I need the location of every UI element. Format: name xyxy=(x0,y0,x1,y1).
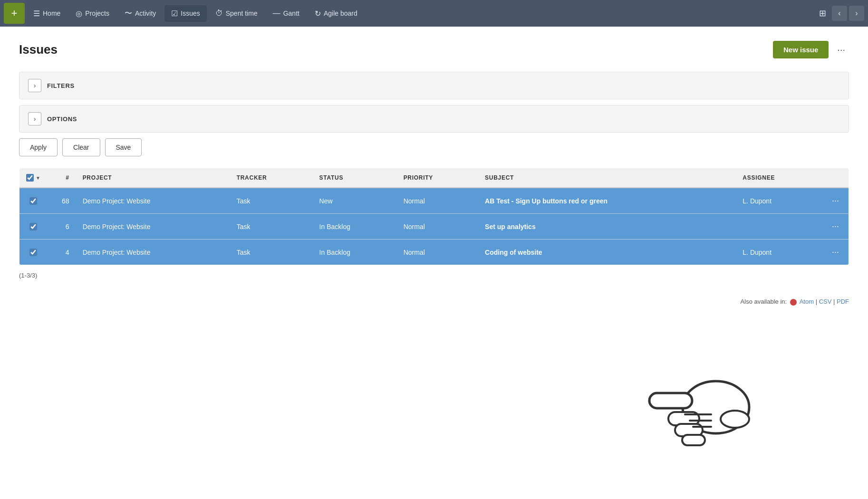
filters-toggle-icon: › xyxy=(34,82,36,89)
options-section[interactable]: › OPTIONS xyxy=(19,105,849,133)
th-priority: PRIORITY xyxy=(397,168,478,188)
row-priority-cell: Normal xyxy=(397,214,478,240)
row-tracker-cell: Task xyxy=(230,240,313,265)
row-assignee-cell: L. Dupont xyxy=(736,188,822,214)
row-assignee-cell xyxy=(736,214,822,240)
options-toggle-button[interactable]: › xyxy=(28,112,41,125)
new-item-button[interactable]: + xyxy=(4,3,25,24)
header-actions: New issue ··· xyxy=(773,41,849,58)
table-row: 6 Demo Project: Website Task In Backlog … xyxy=(19,214,849,240)
nav-right-controls: ⊞ ‹ › xyxy=(815,4,864,22)
nav-activity[interactable]: 〜 Activity xyxy=(118,5,163,22)
row-status-cell: New xyxy=(313,188,397,214)
nav-spent-time[interactable]: ⏱ Spent time xyxy=(209,5,264,21)
page-title: Issues xyxy=(19,42,58,57)
row-menu-button[interactable]: ··· xyxy=(829,246,842,258)
save-button[interactable]: Save xyxy=(105,138,142,156)
th-subject: SUBJECT xyxy=(478,168,736,188)
nav-home[interactable]: ☰ Home xyxy=(27,5,67,22)
row-check-cell xyxy=(19,240,48,265)
atom-link[interactable]: Atom xyxy=(800,298,814,305)
row-project-cell: Demo Project: Website xyxy=(76,214,230,240)
nav-issues-label: Issues xyxy=(181,10,200,17)
row-menu-cell: ··· xyxy=(822,240,849,265)
row-subject-cell[interactable]: Set up analytics xyxy=(478,214,736,240)
pdf-link[interactable]: PDF xyxy=(837,298,849,305)
issues-table: ▼ # PROJECT TRACKER STATUS PRIORITY xyxy=(19,168,849,265)
th-num: # xyxy=(48,168,76,188)
nav-projects[interactable]: ◎ Projects xyxy=(69,5,116,22)
nav-gantt[interactable]: — Gantt xyxy=(266,5,306,21)
apply-button[interactable]: Apply xyxy=(19,138,58,156)
row-subject-cell[interactable]: Coding of website xyxy=(478,240,736,265)
row-subject-cell[interactable]: AB Test - Sign Up buttons red or green xyxy=(478,188,736,214)
agile-board-icon: ↻ xyxy=(315,9,321,18)
table-body: 68 Demo Project: Website Task New Normal… xyxy=(19,188,849,265)
gantt-icon: — xyxy=(273,9,280,18)
table-row: 4 Demo Project: Website Task In Backlog … xyxy=(19,240,849,265)
row-assignee-cell: L. Dupont xyxy=(736,240,822,265)
table-header: ▼ # PROJECT TRACKER STATUS PRIORITY xyxy=(19,168,849,188)
footer-text: Also available in: xyxy=(741,298,787,305)
nav-issues[interactable]: ☑ Issues xyxy=(164,5,206,22)
page-header: Issues New issue ··· xyxy=(19,41,849,58)
nav-spent-time-label: Spent time xyxy=(226,10,258,17)
projects-icon: ◎ xyxy=(76,9,82,18)
row-project-cell: Demo Project: Website xyxy=(76,240,230,265)
select-all-checkbox[interactable] xyxy=(26,174,34,182)
filters-label: FILTERS xyxy=(47,82,75,89)
row-num-cell: 68 xyxy=(48,188,76,214)
nav-agile-board-label: Agile board xyxy=(324,10,357,17)
row-priority-cell: Normal xyxy=(397,188,478,214)
main-content: Issues New issue ··· › FILTERS › OPTIONS… xyxy=(0,27,868,320)
row-checkbox[interactable] xyxy=(29,249,37,256)
filters-section[interactable]: › FILTERS xyxy=(19,72,849,99)
row-priority-cell: Normal xyxy=(397,240,478,265)
nav-activity-label: Activity xyxy=(135,10,156,17)
nav-agile-board[interactable]: ↻ Agile board xyxy=(308,5,364,22)
row-project-cell: Demo Project: Website xyxy=(76,188,230,214)
th-assignee: ASSIGNEE xyxy=(736,168,822,188)
new-issue-button[interactable]: New issue xyxy=(773,41,829,58)
filters-toggle-button[interactable]: › xyxy=(28,79,41,92)
row-check-cell xyxy=(19,188,48,214)
home-icon: ☰ xyxy=(33,9,40,18)
nav-next-button[interactable]: › xyxy=(849,6,864,21)
th-status: STATUS xyxy=(313,168,397,188)
grid-icon[interactable]: ⊞ xyxy=(815,4,830,22)
row-num-cell: 4 xyxy=(48,240,76,265)
row-check-cell xyxy=(19,214,48,240)
row-menu-cell: ··· xyxy=(822,188,849,214)
row-status-cell: In Backlog xyxy=(313,214,397,240)
th-tracker: TRACKER xyxy=(230,168,313,188)
top-navigation: + ☰ Home ◎ Projects 〜 Activity ☑ Issues … xyxy=(0,0,868,27)
sort-arrow-icon: ▼ xyxy=(36,175,41,181)
atom-icon xyxy=(790,299,797,306)
csv-link[interactable]: CSV xyxy=(819,298,832,305)
footer-sep2: | xyxy=(833,298,837,305)
row-menu-button[interactable]: ··· xyxy=(829,195,842,207)
footer-sep1: | xyxy=(816,298,819,305)
row-menu-cell: ··· xyxy=(822,214,849,240)
clear-button[interactable]: Clear xyxy=(62,138,100,156)
nav-home-label: Home xyxy=(43,10,60,17)
page-footer: Also available in: Atom | CSV | PDF xyxy=(19,298,849,306)
activity-icon: 〜 xyxy=(125,9,132,19)
th-menu xyxy=(822,168,849,188)
row-tracker-cell: Task xyxy=(230,188,313,214)
spent-time-icon: ⏱ xyxy=(215,9,223,18)
more-actions-button[interactable]: ··· xyxy=(833,42,849,57)
th-check: ▼ xyxy=(19,168,48,188)
th-project: PROJECT xyxy=(76,168,230,188)
row-checkbox[interactable] xyxy=(29,197,37,205)
action-buttons: Apply Clear Save xyxy=(19,138,849,156)
row-checkbox[interactable] xyxy=(29,223,37,230)
row-menu-button[interactable]: ··· xyxy=(829,221,842,232)
nav-gantt-label: Gantt xyxy=(283,10,299,17)
nav-prev-button[interactable]: ‹ xyxy=(832,6,847,21)
options-label: OPTIONS xyxy=(47,115,77,123)
table-row: 68 Demo Project: Website Task New Normal… xyxy=(19,188,849,214)
options-toggle-icon: › xyxy=(34,115,36,123)
pagination-info: (1-3/3) xyxy=(19,272,849,279)
nav-projects-label: Projects xyxy=(85,10,109,17)
